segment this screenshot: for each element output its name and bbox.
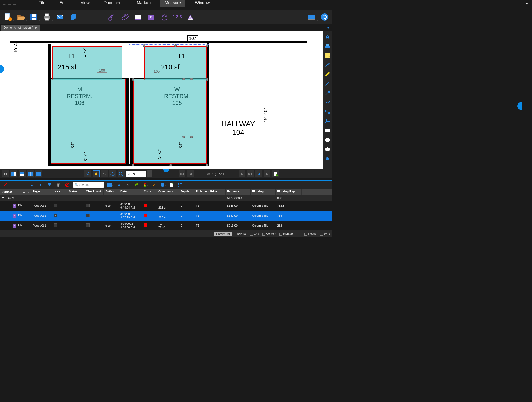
split-h-button[interactable] [19, 170, 26, 177]
checkmark-icon[interactable]: ✔▾ [151, 182, 157, 188]
new-file-button[interactable]: ▾ [3, 12, 13, 22]
tools-gear-icon[interactable]: ✱ [324, 155, 331, 162]
columns-icon[interactable]: ▾ [107, 182, 113, 188]
reply-icon[interactable] [133, 182, 140, 188]
filter-icon[interactable] [46, 182, 53, 188]
zoom-stepper[interactable]: ▴▾ [147, 170, 152, 177]
menu-window[interactable]: Window [190, 0, 214, 7]
trash-icon[interactable] [55, 182, 61, 188]
ellipse-tool-icon[interactable] [324, 137, 331, 143]
revu-logo-icon[interactable] [319, 12, 330, 22]
markup-edit-icon[interactable] [2, 182, 8, 188]
last-page-button[interactable]: ▶▮ [247, 170, 254, 177]
sync-checkbox[interactable]: Sync [320, 232, 330, 235]
next-page-button[interactable]: ▶ [239, 170, 245, 177]
list-icon[interactable]: ▾ [178, 182, 184, 188]
prev-view-button[interactable]: ◀ [255, 170, 262, 177]
text-tool-icon[interactable]: A [324, 33, 331, 40]
col-estimate[interactable]: Estimate [226, 189, 251, 195]
split-v-button[interactable] [10, 170, 17, 177]
markup-remove-icon[interactable]: − [20, 182, 26, 188]
col-comments[interactable]: Comments [157, 189, 179, 195]
close-panel-button[interactable]: ⊠ [2, 170, 9, 177]
close-tab-icon[interactable]: ⊗ [35, 26, 37, 29]
snap-markup-checkbox[interactable]: Markup [279, 232, 293, 235]
area-measure-button[interactable]: ft²▾ [146, 12, 156, 22]
polyline-measure-button[interactable]: ▾ [133, 12, 143, 22]
cut-icon[interactable]: X [125, 182, 131, 188]
col-finishes[interactable]: Finishes - Price [194, 189, 226, 195]
note-tool-icon[interactable] [324, 52, 331, 59]
open-file-button[interactable]: ▾ [16, 12, 26, 22]
markup-down-icon[interactable]: ▼ [38, 182, 44, 188]
document-tab[interactable]: Demo_A...stimation * ⊗ [1, 25, 40, 31]
pen-tool-icon[interactable] [324, 62, 331, 68]
menu-markup[interactable]: Markup [132, 0, 155, 7]
col-color[interactable]: Color [142, 189, 157, 195]
col-flooring[interactable]: Flooring [251, 189, 276, 195]
no-symbol-icon[interactable] [64, 182, 70, 188]
table-row[interactable]: ft TilePage A2.1elee3/29/20169:49:24 AMT… [0, 201, 332, 211]
text-select-button[interactable]: ᴵA [84, 170, 91, 177]
settings-gear-icon[interactable]: ⚙ [116, 182, 122, 188]
angle-measure-button[interactable]: 3' [185, 12, 195, 22]
col-lock[interactable]: Lock [52, 189, 67, 195]
col-page[interactable]: Page [31, 189, 52, 195]
snap-grid-checkbox[interactable]: Grid [250, 232, 259, 235]
table-row[interactable]: ft TilePage A2.1elee3/29/20169:56:00 AMT… [0, 221, 332, 230]
checkmark-checkbox[interactable] [86, 204, 90, 207]
canvas[interactable]: T1 215 sf T1 210 sf MRESTRM.106 WRESTRM.… [0, 31, 323, 169]
calibrate-button[interactable] [107, 12, 117, 22]
col-flooring-exp[interactable]: Flooring Exp. [276, 189, 302, 195]
markup-up-icon[interactable]: ▲ [29, 182, 35, 188]
save-button[interactable]: ▾ [29, 12, 39, 22]
highlight-tool-icon[interactable] [324, 71, 331, 78]
single-view-button[interactable] [35, 170, 42, 177]
prev-page-button[interactable]: ◀ [187, 170, 194, 177]
lock-checkbox[interactable] [54, 204, 57, 207]
col-checkmark[interactable]: Checkmark [84, 189, 104, 195]
search-box[interactable]: 🔍 [73, 182, 104, 188]
database-icon[interactable]: ▾ [160, 182, 166, 188]
col-subject[interactable]: Subject▲▸ [0, 189, 31, 195]
lock-checkbox[interactable] [54, 223, 57, 227]
first-page-button[interactable]: ▮◀ [179, 170, 185, 177]
new-page-button[interactable] [272, 170, 279, 177]
length-measure-button[interactable]: 8'▾ [120, 12, 130, 22]
lock-checkbox[interactable] [54, 214, 57, 217]
col-date[interactable]: Date [119, 189, 142, 195]
polyline-tool-icon[interactable] [324, 99, 331, 106]
menu-measure[interactable]: Measure [160, 0, 185, 7]
count-measure-button[interactable]: 1 2 3 [172, 12, 182, 22]
tab-menu-icon[interactable]: ▼ [327, 26, 330, 29]
status-icon[interactable]: ▾ [142, 182, 149, 188]
markup-add-icon[interactable]: + [11, 182, 17, 188]
email-button[interactable] [55, 12, 65, 22]
arrow-tool-icon[interactable] [324, 90, 331, 96]
rectangle-tool-icon[interactable] [324, 127, 331, 134]
menu-document[interactable]: Document [99, 0, 127, 7]
zoom-input[interactable] [126, 171, 146, 177]
snap-content-checkbox[interactable]: Content [262, 232, 276, 235]
show-grid-button[interactable]: Show Grid [214, 232, 232, 236]
dimension-tool-icon[interactable] [324, 108, 331, 115]
table-row[interactable]: ft TilePage A2.13/29/20169:57:19 AMT1210… [0, 211, 332, 221]
search-input[interactable] [79, 183, 103, 186]
print-button[interactable]: ▾ [42, 12, 52, 22]
split-both-button[interactable] [27, 170, 34, 177]
menu-edit[interactable]: Edit [55, 0, 71, 7]
col-status[interactable]: Status [67, 189, 84, 195]
line-tool-icon[interactable] [324, 80, 331, 87]
select-tool-button[interactable]: ↖ [101, 170, 108, 177]
checkmark-checkbox[interactable] [86, 223, 90, 227]
callout-tool-icon[interactable] [324, 118, 331, 125]
menu-file[interactable]: File [34, 0, 50, 7]
studio-button[interactable] [68, 12, 78, 22]
volume-measure-button[interactable]: ▾ [159, 12, 169, 22]
polygon-tool-icon[interactable] [324, 146, 331, 153]
lasso-tool-button[interactable] [109, 170, 116, 177]
pan-tool-button[interactable]: ✋ [93, 170, 100, 177]
profile-button[interactable]: ▾ [306, 12, 317, 22]
typewriter-tool-icon[interactable] [324, 43, 331, 50]
menu-view[interactable]: View [76, 0, 94, 7]
